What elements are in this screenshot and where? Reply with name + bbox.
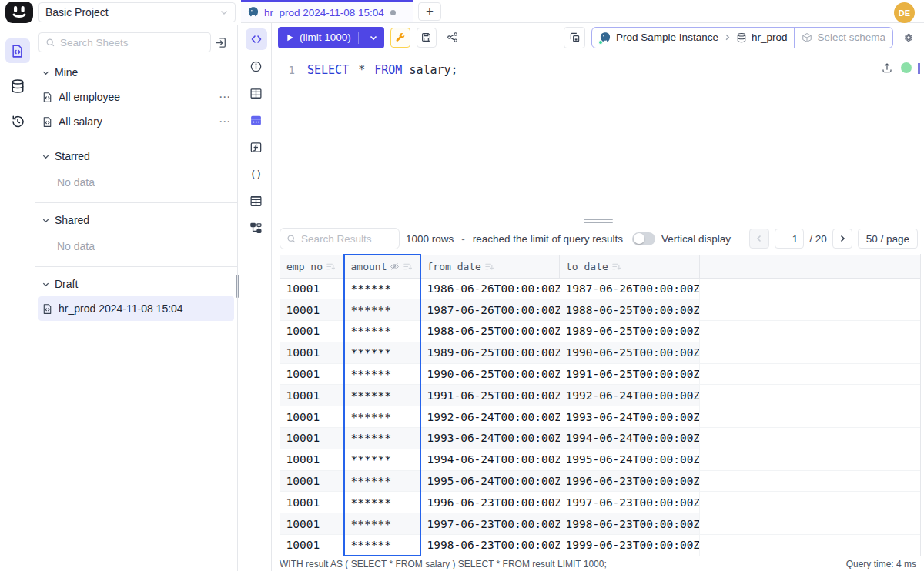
cell-emp_no[interactable]: 10001 bbox=[280, 513, 344, 535]
cell-from_date[interactable]: 1991-06-25T00:00:00Z bbox=[420, 385, 560, 406]
section-shared[interactable]: Shared bbox=[35, 208, 237, 232]
cell-emp_no[interactable]: 10001 bbox=[280, 299, 344, 321]
cell-to_date[interactable]: 1998-06-23T00:00:00Z bbox=[560, 513, 700, 535]
cell-emp_no[interactable]: 10001 bbox=[280, 385, 344, 406]
cell-from_date[interactable]: 1995-06-24T00:00:00Z bbox=[420, 470, 560, 492]
sort-icon[interactable] bbox=[403, 262, 413, 272]
cell-emp_no[interactable]: 10001 bbox=[280, 363, 344, 385]
panel-function-button[interactable] bbox=[246, 136, 267, 158]
prev-page-button[interactable] bbox=[749, 229, 769, 249]
search-sheets-input[interactable] bbox=[60, 37, 204, 48]
next-page-button[interactable] bbox=[832, 229, 852, 249]
cell-emp_no[interactable]: 10001 bbox=[280, 492, 344, 513]
cell-amount[interactable]: ****** bbox=[344, 449, 420, 470]
cell-to_date[interactable]: 1987-06-26T00:00:00Z bbox=[560, 278, 700, 299]
cell-to_date[interactable]: 1995-06-24T00:00:00Z bbox=[560, 449, 700, 470]
cell-amount[interactable]: ****** bbox=[344, 299, 420, 321]
cell-from_date[interactable]: 1994-06-24T00:00:00Z bbox=[420, 449, 560, 470]
column-header-amount[interactable]: amount bbox=[344, 255, 420, 278]
cell-to_date[interactable]: 1997-06-23T00:00:00Z bbox=[560, 492, 700, 513]
more-actions-icon[interactable]: ⋯ bbox=[219, 90, 231, 104]
cell-from_date[interactable]: 1993-06-24T00:00:00Z bbox=[420, 428, 560, 449]
sheet-item-draft-active[interactable]: hr_prod 2024-11-08 15:04 bbox=[38, 296, 234, 321]
cell-amount[interactable]: ****** bbox=[344, 492, 420, 513]
search-results-input[interactable] bbox=[301, 233, 393, 245]
cell-from_date[interactable]: 1992-06-24T00:00:00Z bbox=[420, 406, 560, 428]
cell-from_date[interactable]: 1997-06-23T00:00:00Z bbox=[420, 513, 560, 535]
cell-amount[interactable]: ****** bbox=[344, 321, 420, 342]
panel-table-colored-button[interactable] bbox=[246, 109, 267, 131]
cell-to_date[interactable]: 1996-06-23T00:00:00Z bbox=[560, 470, 700, 492]
sort-icon[interactable] bbox=[611, 262, 621, 272]
sheet-item-all-employee[interactable]: All employee ⋯ bbox=[35, 85, 237, 109]
cell-from_date[interactable]: 1989-06-25T00:00:00Z bbox=[420, 342, 560, 363]
cell-to_date[interactable]: 1988-06-25T00:00:00Z bbox=[560, 299, 700, 321]
panel-grid-button[interactable] bbox=[246, 190, 267, 212]
cell-from_date[interactable]: 1986-06-26T00:00:00Z bbox=[420, 278, 560, 299]
cell-emp_no[interactable]: 10001 bbox=[280, 321, 344, 342]
sort-icon[interactable] bbox=[326, 262, 336, 272]
cell-emp_no[interactable]: 10001 bbox=[280, 278, 344, 299]
cell-amount[interactable]: ****** bbox=[344, 513, 420, 535]
schema-select[interactable]: Select schema bbox=[794, 28, 892, 48]
cell-emp_no[interactable]: 10001 bbox=[280, 342, 344, 363]
cell-from_date[interactable]: 1988-06-25T00:00:00Z bbox=[420, 321, 560, 342]
cell-amount[interactable]: ****** bbox=[344, 535, 420, 556]
cell-to_date[interactable]: 1989-06-25T00:00:00Z bbox=[560, 321, 700, 342]
cell-to_date[interactable]: 1991-06-25T00:00:00Z bbox=[560, 363, 700, 385]
page-size-select[interactable]: 50 / page bbox=[858, 229, 918, 249]
cell-emp_no[interactable]: 10001 bbox=[280, 428, 344, 449]
panel-code-button[interactable] bbox=[246, 28, 267, 50]
panel-braces-button[interactable]: () bbox=[246, 163, 267, 185]
cell-to_date[interactable]: 1993-06-24T00:00:00Z bbox=[560, 406, 700, 428]
cell-to_date[interactable]: 1990-06-25T00:00:00Z bbox=[560, 342, 700, 363]
sheet-item-all-salary[interactable]: All salary ⋯ bbox=[35, 109, 237, 134]
cell-amount[interactable]: ****** bbox=[344, 385, 420, 406]
sidebar-resize-handle[interactable] bbox=[236, 275, 239, 298]
instance-database-select[interactable]: Prod Sample Instance hr_prod bbox=[592, 28, 794, 48]
cell-amount[interactable]: ****** bbox=[344, 278, 420, 299]
ai-assistant-icon[interactable] bbox=[899, 28, 918, 47]
rail-database-button[interactable] bbox=[5, 74, 30, 99]
panel-splitter[interactable] bbox=[272, 218, 924, 223]
user-avatar[interactable]: DE bbox=[894, 2, 915, 23]
search-sheets-box[interactable] bbox=[38, 32, 211, 52]
save-sheet-button[interactable] bbox=[417, 28, 437, 48]
rail-history-button[interactable] bbox=[5, 109, 30, 134]
cell-to_date[interactable]: 1994-06-24T00:00:00Z bbox=[560, 428, 700, 449]
import-sheet-icon[interactable] bbox=[213, 34, 229, 51]
more-actions-icon[interactable]: ⋯ bbox=[219, 115, 231, 129]
cell-amount[interactable]: ****** bbox=[344, 342, 420, 363]
batch-query-button[interactable] bbox=[564, 27, 585, 48]
cell-amount[interactable]: ****** bbox=[344, 470, 420, 492]
new-tab-button[interactable]: + bbox=[418, 2, 441, 21]
rail-worksheet-button[interactable] bbox=[5, 38, 30, 63]
page-number-input[interactable] bbox=[775, 229, 804, 249]
project-select[interactable]: Basic Project bbox=[38, 2, 236, 22]
cell-emp_no[interactable]: 10001 bbox=[280, 535, 344, 556]
cell-to_date[interactable]: 1992-06-24T00:00:00Z bbox=[560, 385, 700, 406]
cell-amount[interactable]: ****** bbox=[344, 363, 420, 385]
cell-emp_no[interactable]: 10001 bbox=[280, 406, 344, 428]
column-header-emp-no[interactable]: emp_no bbox=[280, 255, 344, 278]
cell-to_date[interactable]: 1999-06-23T00:00:00Z bbox=[560, 535, 700, 556]
cell-amount[interactable]: ****** bbox=[344, 406, 420, 428]
format-sql-button[interactable] bbox=[390, 28, 410, 48]
cell-emp_no[interactable]: 10001 bbox=[280, 470, 344, 492]
upload-icon[interactable] bbox=[881, 62, 893, 74]
cell-from_date[interactable]: 1990-06-25T00:00:00Z bbox=[420, 363, 560, 385]
cell-from_date[interactable]: 1998-06-23T00:00:00Z bbox=[420, 535, 560, 556]
column-header-from-date[interactable]: from_date bbox=[420, 255, 560, 278]
column-header-to-date[interactable]: to_date bbox=[560, 255, 700, 278]
panel-table-button[interactable] bbox=[246, 82, 267, 104]
tab-worksheet[interactable]: hr_prod 2024-11-08 15:04 bbox=[241, 0, 413, 22]
vertical-display-toggle[interactable] bbox=[632, 232, 655, 245]
cell-from_date[interactable]: 1996-06-23T00:00:00Z bbox=[420, 492, 560, 513]
section-starred[interactable]: Starred bbox=[35, 144, 237, 169]
cell-emp_no[interactable]: 10001 bbox=[280, 449, 344, 470]
section-draft[interactable]: Draft bbox=[35, 272, 237, 296]
share-sheet-button[interactable] bbox=[443, 28, 463, 48]
run-query-button[interactable]: (limit 1000) bbox=[278, 27, 384, 48]
search-results-box[interactable] bbox=[280, 228, 400, 249]
cell-amount[interactable]: ****** bbox=[344, 428, 420, 449]
